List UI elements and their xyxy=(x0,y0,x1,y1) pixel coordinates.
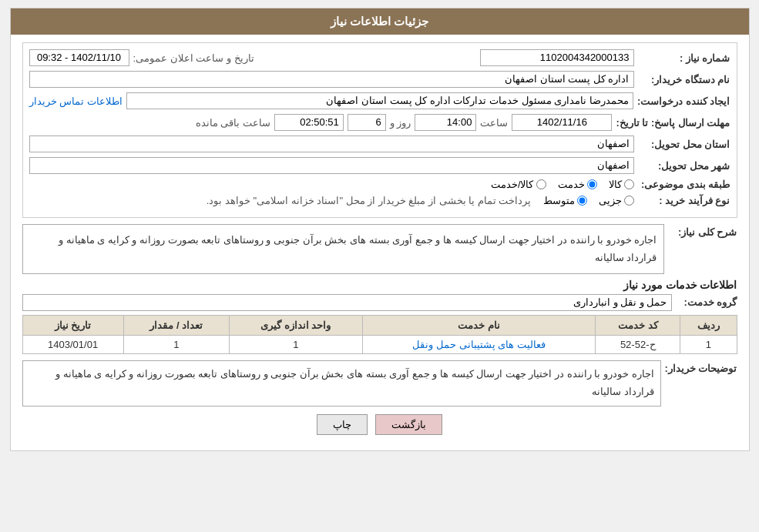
province-label: استان محل تحویل: xyxy=(638,139,730,150)
content-area: شماره نیاز : 1102004342000133 تاریخ و سا… xyxy=(11,35,749,450)
row-service-group: گروه خدمت: حمل و نقل و انبارداری xyxy=(22,294,737,311)
radio-motavasset-label: متوسط xyxy=(543,195,575,206)
col-unit: واحد اندازه گیری xyxy=(229,315,362,335)
row-buyer-notes: توضیحات خریدار: اجاره خودرو با راننده در… xyxy=(22,360,737,407)
service-group-value: حمل و نقل و انبارداری xyxy=(22,294,672,311)
table-header: ردیف کد خدمت نام خدمت واحد اندازه گیری ت… xyxy=(22,315,737,335)
deadline-label: مهلت ارسال پاسخ: تا تاریخ: xyxy=(616,117,730,129)
radio-khedmat-label: خدمت xyxy=(558,179,585,190)
description-label: شرح کلی نیاز: xyxy=(668,224,737,238)
radio-kala-khedmat-label: کالا/خدمت xyxy=(491,179,534,190)
remaining-label: ساعت باقی مانده xyxy=(196,117,270,129)
purchase-type-note: پرداخت تمام یا بخشی از مبلغ خریدار از مح… xyxy=(207,195,532,206)
button-row: بازگشت چاپ xyxy=(22,414,737,435)
creator-label: ایجاد کننده درخواست: xyxy=(637,95,730,107)
col-date: تاریخ نیاز xyxy=(22,315,123,335)
deadline-time: 14:00 xyxy=(415,114,476,131)
org-name-label: نام دستگاه خریدار: xyxy=(638,74,730,85)
service-group-label: گروه خدمت: xyxy=(676,296,737,308)
table-header-row: ردیف کد خدمت نام خدمت واحد اندازه گیری ت… xyxy=(22,315,737,335)
need-number-label: شماره نیاز : xyxy=(638,52,730,64)
print-button[interactable]: چاپ xyxy=(317,414,368,435)
city-value: اصفهان xyxy=(29,157,634,174)
radio-jozi[interactable]: جزیی xyxy=(599,195,634,206)
table-row: 1 ح-52-52 فعالیت های پشتیبانی حمل ونقل 1… xyxy=(22,335,737,353)
row-province: استان محل تحویل: اصفهان xyxy=(29,136,730,152)
row-org-name: نام دستگاه خریدار: اداره کل پست استان اص… xyxy=(29,71,730,88)
col-qty: تعداد / مقدار xyxy=(123,315,229,335)
city-label: شهر محل تحویل: xyxy=(638,160,730,172)
days-label: روز و xyxy=(390,117,411,129)
main-container: جزئیات اطلاعات نیاز شماره نیاز : 1102004… xyxy=(10,8,750,451)
purchase-type-label: نوع فرآیند خرید : xyxy=(638,195,730,206)
buyer-notes-value: اجاره خودرو با راننده در اختیار جهت ارسا… xyxy=(22,360,661,407)
cell-name[interactable]: فعالیت های پشتیبانی حمل ونقل xyxy=(362,335,596,353)
subject-type-options: کالا خدمت کالا/خدمت xyxy=(491,179,634,190)
deadline-days: 6 xyxy=(348,114,386,131)
public-announce-value: 1402/11/10 - 09:32 xyxy=(29,49,129,66)
row-creator: ایجاد کننده درخواست: محمدرضا نامداری مسئ… xyxy=(29,92,730,109)
col-row: ردیف xyxy=(680,315,737,335)
top-info-section: شماره نیاز : 1102004342000133 تاریخ و سا… xyxy=(22,42,737,218)
cell-date: 1403/01/01 xyxy=(22,335,123,353)
radio-khedmat[interactable]: خدمت xyxy=(558,179,597,190)
deadline-remaining: 02:50:51 xyxy=(274,114,344,131)
row-need-number: شماره نیاز : 1102004342000133 تاریخ و سا… xyxy=(29,49,730,66)
row-deadline: مهلت ارسال پاسخ: تا تاریخ: 1402/11/16 سا… xyxy=(29,114,730,131)
description-value: اجاره خودرو با راننده در اختیار جهت ارسا… xyxy=(22,224,664,274)
purchase-type-options: جزیی متوسط xyxy=(543,195,634,206)
buyer-notes-label: توضیحات خریدار: xyxy=(665,360,737,374)
row-subject-type: طبقه بندی موضوعی: کالا خدمت کالا/خدمت xyxy=(29,179,730,190)
creator-value: محمدرضا نامداری مسئول خدمات تدارکات ادار… xyxy=(126,92,633,109)
items-table: ردیف کد خدمت نام خدمت واحد اندازه گیری ت… xyxy=(22,315,737,354)
radio-kala[interactable]: کالا xyxy=(609,179,634,190)
public-announce-label: تاریخ و ساعت اعلان عمومی: xyxy=(133,52,254,64)
radio-kala-label: کالا xyxy=(609,179,622,190)
service-info-header: اطلاعات خدمات مورد نیاز xyxy=(22,279,737,291)
back-button[interactable]: بازگشت xyxy=(375,414,442,435)
cell-row: 1 xyxy=(680,335,737,353)
page-title: جزئیات اطلاعات نیاز xyxy=(11,8,749,35)
row-purchase-type: نوع فرآیند خرید : جزیی متوسط پرداخت تمام… xyxy=(29,195,730,206)
deadline-date: 1402/11/16 xyxy=(512,114,612,131)
creator-contact-link[interactable]: اطلاعات تماس خریدار xyxy=(29,95,123,107)
col-name: نام خدمت xyxy=(362,315,596,335)
subject-type-label: طبقه بندی موضوعی: xyxy=(638,179,730,190)
cell-code: ح-52-52 xyxy=(596,335,680,353)
org-name-value: اداره کل پست استان اصفهان xyxy=(29,71,634,88)
row-description: شرح کلی نیاز: اجاره خودرو با راننده در ا… xyxy=(22,224,737,274)
need-number-value: 1102004342000133 xyxy=(480,49,634,66)
radio-motavasset[interactable]: متوسط xyxy=(543,195,587,206)
col-code: کد خدمت xyxy=(596,315,680,335)
row-city: شهر محل تحویل: اصفهان xyxy=(29,157,730,174)
radio-kala-khedmat[interactable]: کالا/خدمت xyxy=(491,179,546,190)
table-body: 1 ح-52-52 فعالیت های پشتیبانی حمل ونقل 1… xyxy=(22,335,737,353)
cell-qty: 1 xyxy=(123,335,229,353)
province-value: اصفهان xyxy=(29,136,634,152)
radio-jozi-label: جزیی xyxy=(599,195,622,206)
time-label: ساعت xyxy=(480,117,508,129)
cell-unit: 1 xyxy=(229,335,362,353)
